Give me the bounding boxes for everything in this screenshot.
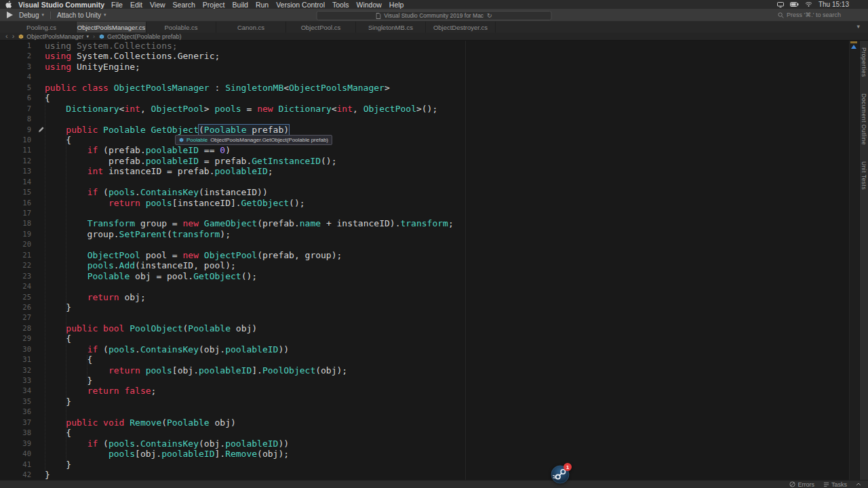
side-tab-properties[interactable]: Properties	[861, 47, 867, 77]
tab-ObjectDestroyer.cs[interactable]: ObjectDestroyer.cs	[426, 22, 496, 33]
code-line-27[interactable]: 27	[0, 312, 849, 323]
menu-items: FileEditViewSearchProjectBuildRunVersion…	[111, 1, 403, 9]
tab-Pooling.cs[interactable]: Pooling.cs	[7, 22, 77, 33]
code-line-42[interactable]: 42}	[0, 470, 849, 480]
code-text: {	[45, 428, 849, 438]
display-icon[interactable]	[777, 2, 784, 7]
code-text: return false;	[45, 386, 849, 396]
code-line-16[interactable]: 16 return pools[instanceID].GetObject();	[0, 198, 849, 208]
code-line-15[interactable]: 15 if (pools.ContainsKey(instanceID))	[0, 187, 849, 197]
errors-button[interactable]: Errors	[789, 481, 814, 488]
line-number: 30	[0, 344, 37, 354]
code-line-31[interactable]: 31 {	[0, 354, 849, 365]
code-line-3[interactable]: 3using UnityEngine;	[0, 62, 849, 72]
code-line-30[interactable]: 30 if (pools.ContainsKey(obj.poolableID)…	[0, 344, 849, 354]
chevron-down-icon: ▾	[104, 12, 106, 18]
tab-ObjectPoolsManager.cs[interactable]: ×ObjectPoolsManager.cs	[77, 22, 146, 33]
menu-item-file[interactable]: File	[111, 1, 123, 9]
tab-Poolable.cs[interactable]: Poolable.cs	[146, 22, 216, 33]
code-line-8[interactable]: 8	[0, 114, 849, 124]
tab-label: ObjectPool.cs	[301, 24, 341, 31]
steam-app-icon[interactable]: 1	[551, 465, 570, 484]
code-line-19[interactable]: 19 group.SetParent(transform);	[0, 229, 849, 239]
menu-item-view[interactable]: View	[150, 1, 165, 9]
menu-item-version-control[interactable]: Version Control	[276, 1, 325, 9]
code-text: return pools[instanceID].GetObject();	[45, 198, 849, 208]
run-target-dropdown[interactable]: Attach to Unity ▾	[57, 12, 106, 19]
wifi-icon[interactable]	[805, 1, 812, 7]
side-tab-unit-tests[interactable]: Unit Tests	[861, 161, 867, 190]
code-line-38[interactable]: 38 {	[0, 428, 849, 438]
menu-item-project[interactable]: Project	[203, 1, 225, 9]
line-number: 27	[0, 312, 37, 323]
chevron-down-icon: ▾	[41, 12, 44, 18]
tasks-button[interactable]: Tasks	[823, 481, 847, 488]
tab-Canon.cs[interactable]: Canon.cs	[216, 22, 286, 33]
global-search-field[interactable]: Press '⌘.' to search	[778, 9, 841, 21]
code-line-22[interactable]: 22 pools.Add(instanceID, pool);	[0, 260, 849, 270]
code-line-29[interactable]: 29 {	[0, 333, 849, 344]
code-line-2[interactable]: 2using System.Collections.Generic;	[0, 51, 849, 61]
code-line-20[interactable]: 20	[0, 239, 849, 249]
close-tab-icon[interactable]: ×	[81, 24, 84, 30]
editor-scrollbar[interactable]	[849, 41, 859, 480]
code-line-21[interactable]: 21 ObjectPool pool = new ObjectPool(pref…	[0, 250, 849, 260]
code-line-23[interactable]: 23 Poolable obj = pool.GetObject();	[0, 271, 849, 281]
code-line-7[interactable]: 7 Dictionary<int, ObjectPool> pools = ne…	[0, 104, 849, 114]
status-bar: Errors Tasks	[0, 480, 868, 488]
code-line-13[interactable]: 13 int instanceID = prefab.poolableID;	[0, 166, 849, 176]
code-line-25[interactable]: 25 return obj;	[0, 292, 849, 302]
menu-item-tools[interactable]: Tools	[332, 1, 349, 9]
code-line-14[interactable]: 14	[0, 177, 849, 187]
menu-item-build[interactable]: Build	[233, 1, 248, 9]
code-line-24[interactable]: 24	[0, 281, 849, 291]
search-placeholder: Press '⌘.' to search	[787, 12, 841, 18]
line-number: 14	[0, 177, 37, 187]
line-number: 39	[0, 439, 37, 449]
menu-item-help[interactable]: Help	[389, 1, 404, 9]
code-line-1[interactable]: 1using System.Collections;	[0, 41, 849, 51]
code-line-34[interactable]: 34 return false;	[0, 386, 849, 396]
code-line-17[interactable]: 17	[0, 208, 849, 218]
code-line-33[interactable]: 33 }	[0, 375, 849, 386]
code-line-10[interactable]: 10 {	[0, 135, 849, 145]
code-line-18[interactable]: 18 Transform group = new GameObject(pref…	[0, 218, 849, 228]
code-line-36[interactable]: 36	[0, 407, 849, 417]
code-line-9[interactable]: 9 public Poolable GetObject(Poolable pre…	[0, 125, 849, 135]
app-menu-title[interactable]: Visual Studio Community	[18, 1, 104, 9]
code-line-40[interactable]: 40 pools[obj.poolableID].Remove(obj);	[0, 449, 849, 459]
menu-item-window[interactable]: Window	[356, 1, 381, 9]
refresh-icon[interactable]: ↻	[487, 12, 492, 19]
navigate-forward-icon[interactable]: ›	[12, 33, 15, 40]
code-editor[interactable]: 1using System.Collections;2using System.…	[0, 41, 849, 480]
code-line-26[interactable]: 26 }	[0, 302, 849, 312]
chevron-up-icon[interactable]	[856, 483, 861, 486]
code-line-41[interactable]: 41 }	[0, 460, 849, 470]
menu-item-run[interactable]: Run	[256, 1, 269, 9]
battery-icon[interactable]	[790, 2, 799, 7]
code-line-6[interactable]: 6{	[0, 93, 849, 103]
code-line-11[interactable]: 11 if (prefab.poolableID == 0)	[0, 145, 849, 155]
breadcrumb-method[interactable]: GetObject(Poolable prefab)	[99, 33, 182, 40]
code-line-28[interactable]: 28 public bool PoolObject(Poolable obj)	[0, 323, 849, 333]
tab-SingletonMB.cs[interactable]: SingletonMB.cs	[356, 22, 426, 33]
tab-overflow-icon[interactable]: ▾	[856, 23, 860, 30]
code-line-39[interactable]: 39 if (pools.ContainsKey(obj.poolableID)…	[0, 439, 849, 449]
side-tab-document-outline[interactable]: Document Outline	[861, 94, 867, 145]
code-line-32[interactable]: 32 return pools[obj.poolableID].PoolObje…	[0, 365, 849, 375]
menu-item-search[interactable]: Search	[173, 1, 195, 9]
code-text	[45, 281, 849, 291]
code-line-5[interactable]: 5public class ObjectPoolsManager : Singl…	[0, 83, 849, 93]
menu-item-edit[interactable]: Edit	[130, 1, 142, 9]
code-line-12[interactable]: 12 prefab.poolableID = prefab.GetInstanc…	[0, 156, 849, 166]
configuration-dropdown[interactable]: Debug ▾	[19, 12, 44, 19]
apple-menu-icon[interactable]	[5, 1, 12, 8]
navigate-back-icon[interactable]: ‹	[5, 33, 8, 40]
menu-bar-clock[interactable]: Thu 15:13	[818, 1, 849, 8]
tab-ObjectPool.cs[interactable]: ObjectPool.cs	[286, 22, 356, 33]
code-line-35[interactable]: 35 }	[0, 396, 849, 407]
run-button[interactable]	[7, 12, 13, 18]
code-line-4[interactable]: 4	[0, 72, 849, 82]
breadcrumb-class[interactable]: ObjectPoolsManager ▾	[18, 33, 89, 40]
code-line-37[interactable]: 37 public void Remove(Poolable obj)	[0, 418, 849, 428]
